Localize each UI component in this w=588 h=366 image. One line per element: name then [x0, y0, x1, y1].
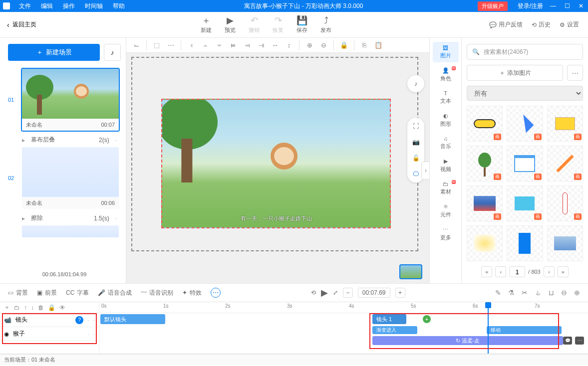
- asset-item[interactable]: 商: [507, 106, 543, 142]
- back-home-button[interactable]: ‹ 返回主页: [0, 20, 43, 29]
- down-icon[interactable]: ↓: [31, 304, 34, 311]
- distribute-v-icon[interactable]: ↕: [283, 39, 295, 51]
- settings-button[interactable]: ⚙设置: [560, 20, 579, 29]
- add-image-button[interactable]: ＋ 添加图片: [467, 65, 563, 81]
- transition-1[interactable]: ▸幕布层叠2(s)·: [8, 134, 121, 146]
- preview-action[interactable]: ▶预览: [225, 15, 236, 34]
- new-scene-button[interactable]: ＋ 新建场景: [8, 44, 100, 61]
- history-button[interactable]: ⟲历史: [532, 20, 551, 29]
- page-input[interactable]: [509, 266, 525, 277]
- feedback-button[interactable]: 💬用户反馈: [489, 20, 523, 29]
- page-last-button[interactable]: »: [558, 266, 569, 277]
- tab-image[interactable]: 🖼图片: [433, 42, 459, 62]
- unlock-icon[interactable]: 🔓: [412, 155, 420, 162]
- asset-search[interactable]: 🔍搜索素材(24067): [467, 44, 583, 60]
- paste-icon[interactable]: 📋: [372, 39, 384, 51]
- comment-icon[interactable]: 💬: [563, 337, 572, 345]
- timeline-playhead[interactable]: [488, 302, 489, 354]
- canvas-viewport[interactable]: 有一天，一只小猴子走路下山 ♪ ⛶ 📷 🔓 🖵 ›: [126, 53, 429, 283]
- page-next-button[interactable]: ›: [544, 266, 555, 277]
- asset-more-button[interactable]: ⋯: [567, 65, 583, 81]
- segment-move[interactable]: 移动: [487, 326, 562, 334]
- add-keyframe-button[interactable]: +: [423, 315, 431, 323]
- upgrade-button[interactable]: 升级账户: [478, 1, 508, 11]
- time-minus[interactable]: −: [343, 288, 353, 298]
- menu-edit[interactable]: 编辑: [36, 2, 58, 10]
- scene-music-button[interactable]: ♪: [104, 44, 121, 61]
- copy-icon[interactable]: ⎘: [358, 39, 370, 51]
- distribute-icon[interactable]: ⋯: [165, 39, 177, 51]
- asset-item[interactable]: 商: [467, 185, 503, 221]
- eye-icon[interactable]: 👁: [59, 304, 65, 311]
- collapse-panel-button[interactable]: ›: [421, 162, 429, 180]
- asset-item[interactable]: 商: [467, 106, 503, 142]
- camera-icon[interactable]: 📷: [412, 139, 420, 146]
- menu-file[interactable]: 文件: [14, 2, 36, 10]
- select-icon[interactable]: ⬚: [151, 39, 163, 51]
- tt-subtitle[interactable]: CC字幕: [66, 289, 89, 297]
- align-center-icon[interactable]: ⫠: [199, 39, 211, 51]
- add-track-icon[interactable]: ＋: [4, 303, 10, 312]
- segment-default-camera[interactable]: 默认镜头: [100, 314, 165, 324]
- close-button[interactable]: ✕: [577, 2, 585, 10]
- menu-operate[interactable]: 操作: [58, 2, 80, 10]
- asset-item[interactable]: [467, 225, 503, 261]
- publish-action[interactable]: ⤴发布: [320, 15, 331, 34]
- asset-item[interactable]: 商: [547, 106, 583, 142]
- tt-tts[interactable]: 🎤语音合成: [98, 289, 132, 297]
- monitor-icon[interactable]: 🖵: [413, 171, 419, 178]
- tab-more[interactable]: ⋯更多: [433, 223, 459, 244]
- asset-item[interactable]: 商: [547, 185, 583, 221]
- scene-thumbnail-3[interactable]: [21, 224, 120, 238]
- timeline-ruler[interactable]: 0s 1s 2s 3s 4s 5s 6s 7s: [99, 302, 588, 313]
- segment-fade-in[interactable]: 渐变进入: [372, 326, 417, 334]
- align-right-icon[interactable]: ⫟: [213, 39, 225, 51]
- expand-icon[interactable]: ⤢: [333, 289, 338, 296]
- menu-help[interactable]: 帮助: [108, 2, 130, 10]
- magnet-icon[interactable]: ⊔: [549, 289, 554, 297]
- track-monkey[interactable]: ◉ 猴子 ··: [0, 327, 99, 341]
- filter-icon[interactable]: ⚗: [508, 289, 515, 297]
- asset-item[interactable]: 商: [467, 146, 503, 182]
- asset-item[interactable]: 商: [507, 185, 543, 221]
- redo-action[interactable]: ↷恢复: [273, 15, 284, 34]
- align-middle-icon[interactable]: ⫤: [241, 39, 253, 51]
- rewind-icon[interactable]: ⟲: [311, 289, 316, 296]
- segment-walk[interactable]: ↻ 温柔-走: [372, 336, 563, 345]
- zoom-out-icon[interactable]: ⊖: [317, 39, 329, 51]
- page-first-button[interactable]: «: [481, 266, 492, 277]
- segment-camera-1[interactable]: 镜头 1: [372, 314, 406, 324]
- tab-video[interactable]: ▶视频: [433, 155, 459, 176]
- tab-character[interactable]: 👤角色N: [433, 64, 459, 85]
- ruler-icon[interactable]: ⌙: [130, 39, 142, 51]
- category-select[interactable]: 所有: [467, 86, 583, 101]
- transition-2[interactable]: ▸擦除1.5(s)·: [8, 212, 121, 224]
- canvas-stage-inner[interactable]: 有一天，一只小猴子走路下山: [161, 99, 391, 228]
- time-plus[interactable]: +: [395, 288, 405, 298]
- track-camera[interactable]: 📹 镜头 ? ··: [0, 313, 99, 327]
- tab-text[interactable]: T文本: [433, 87, 459, 108]
- asset-item[interactable]: [507, 225, 543, 261]
- menu-timeline[interactable]: 时间轴: [80, 2, 108, 10]
- tt-background[interactable]: ▭背景: [8, 289, 28, 297]
- align-top-icon[interactable]: ⫢: [227, 39, 239, 51]
- tab-material[interactable]: 🗀素材N: [433, 178, 459, 198]
- page-prev-button[interactable]: ‹: [495, 266, 506, 277]
- login-button[interactable]: 登录/注册: [518, 2, 543, 10]
- save-action[interactable]: 💾保存: [296, 15, 307, 34]
- folder-icon[interactable]: 🗀: [14, 304, 20, 311]
- minimize-button[interactable]: —: [549, 2, 557, 10]
- cut-icon[interactable]: ✂: [522, 289, 528, 297]
- edit-icon[interactable]: ✎: [495, 289, 501, 297]
- maximize-button[interactable]: ☐: [563, 2, 571, 10]
- scene-thumbnail-1[interactable]: 未命名00:07: [21, 68, 120, 132]
- play-button[interactable]: ▶: [321, 287, 328, 298]
- zoom-minus-icon[interactable]: ⊖: [561, 289, 567, 297]
- align-left-icon[interactable]: ⫞: [185, 39, 197, 51]
- help-icon[interactable]: ?: [75, 316, 83, 324]
- tab-component[interactable]: ⚛元件: [433, 200, 459, 221]
- align-bottom-icon[interactable]: ⫣: [255, 39, 267, 51]
- timeline-canvas[interactable]: 0s 1s 2s 3s 4s 5s 6s 7s 默认镜头 镜头 1 + 渐变进入…: [99, 302, 588, 354]
- lock-icon[interactable]: 🔒: [48, 304, 55, 311]
- lock-icon[interactable]: 🔒: [338, 39, 350, 51]
